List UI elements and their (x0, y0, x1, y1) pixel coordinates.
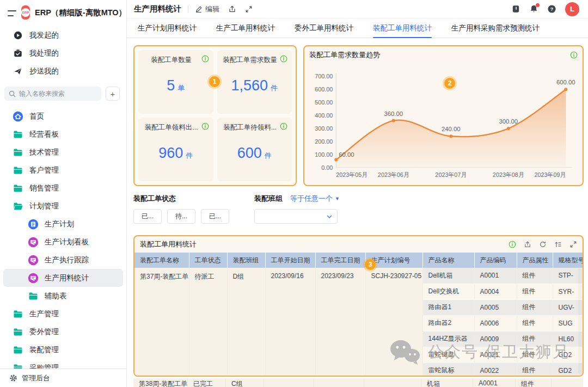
table-row[interactable]: 第37周-装配工单 待派工 D组 2023/09/16 2023/09/23 S… (134, 268, 584, 284)
sidebar-item-委外管理[interactable]: 委外管理 (3, 323, 123, 341)
annotation-badge-2: 2 (444, 78, 455, 89)
column-header-装配工单名称[interactable]: 装配工单名称 (134, 253, 189, 268)
cell-team: D组 (227, 268, 265, 377)
trend-chart-card: 装配工单需求数量趋势 0.00100.00200.00300.00400.005… (303, 45, 584, 186)
svg-text:100.00: 100.00 (315, 151, 333, 158)
admin-backend-button[interactable]: 管理后台 (0, 368, 126, 387)
stat-unit: 件 (265, 151, 272, 161)
sort-icon[interactable] (554, 241, 562, 248)
tab-生产用料采购需求预测统计[interactable]: 生产用料采购需求预测统计 (451, 19, 540, 38)
cell-product-name: 144HZ显示器 (422, 331, 474, 347)
page-title: 生产用料统计 (134, 4, 181, 14)
add-button[interactable]: + (106, 87, 120, 101)
filters-row: 装配工单状态 已...待...已... 装配班组 等于任意一个▼ (133, 194, 584, 224)
column-header-产品名称[interactable]: 产品名称 (422, 253, 474, 268)
sidebar-nav: 首页经营看板技术管理客户管理销售管理计划管理生产计划生产计划看板生产执行跟踪生产… (0, 106, 126, 368)
team-select[interactable] (254, 209, 338, 224)
sidebar-item-生产用料统计[interactable]: 生产用料统计 (3, 269, 123, 287)
info-icon[interactable] (509, 241, 516, 248)
partial-cell: C组 (226, 378, 264, 387)
info-icon[interactable] (570, 51, 578, 59)
tab-生产计划用料统计[interactable]: 生产计划用料统计 (138, 19, 197, 38)
svg-text:240.00: 240.00 (442, 126, 461, 132)
share-icon[interactable] (228, 5, 236, 13)
sidebar-item-辅助表[interactable]: 辅助表 (3, 287, 123, 305)
cell-product-attr: 组件 (517, 284, 553, 299)
quick-item-1[interactable]: 我发起的 (3, 26, 123, 44)
quick-item-3[interactable]: 抄送我的 (3, 62, 123, 80)
info-icon[interactable] (201, 55, 209, 63)
search-input[interactable] (19, 90, 97, 97)
stat-card-2: 装配工单需求数量 1,560件 (217, 50, 292, 114)
svg-text:360.00: 360.00 (384, 110, 403, 116)
partial-cell (364, 378, 421, 387)
expand-icon[interactable] (569, 241, 577, 248)
table-scrollbar[interactable] (578, 269, 582, 374)
sidebar-item-采购管理[interactable]: 采购管理 (3, 359, 123, 368)
status-option-3[interactable]: 已... (201, 209, 229, 224)
status-option-1[interactable]: 已... (133, 209, 162, 224)
column-header-工单状态[interactable]: 工单状态 (189, 253, 227, 268)
collapse-sidebar-icon[interactable] (8, 9, 16, 16)
annotation-badge-3: 3 (365, 259, 376, 270)
home-icon (13, 111, 23, 122)
cell-product-code: A0004 (474, 284, 517, 299)
material-table: 装配工单名称工单状态装配班组工单开始日期工单完工日期生产计划编号产品名称产品编码… (134, 253, 584, 377)
sidebar-item-生产计划看板[interactable]: 生产计划看板 (3, 233, 123, 251)
sidebar-item-客户管理[interactable]: 客户管理 (3, 161, 123, 179)
sidebar-item-生产执行跟踪[interactable]: 生产执行跟踪 (3, 251, 123, 269)
app-logo-icon[interactable]: ERP (21, 5, 30, 20)
search-icon (9, 90, 16, 97)
notifications-bell-icon[interactable] (529, 4, 538, 14)
svg-text:?: ? (550, 7, 553, 12)
export-icon[interactable] (524, 241, 531, 248)
sidebar-item-计划管理[interactable]: 计划管理 (3, 197, 123, 215)
partial-cell: A0001 (473, 378, 516, 387)
info-icon[interactable] (280, 55, 287, 63)
team-filter-group: 装配班组 等于任意一个▼ (254, 194, 340, 224)
info-icon[interactable] (201, 122, 209, 130)
svg-text:600.00: 600.00 (315, 86, 333, 93)
page-header: 生产用料统计 编辑 ? L (127, 0, 588, 19)
status-option-2[interactable]: 待... (167, 209, 195, 224)
tab-装配工单用料统计[interactable]: 装配工单用料统计 (373, 19, 432, 38)
notification-dot (536, 3, 540, 7)
search-box[interactable] (4, 87, 101, 101)
svg-text:700.00: 700.00 (315, 73, 333, 79)
column-header-装配班组[interactable]: 装配班组 (227, 253, 265, 268)
column-header-工单开始日期[interactable]: 工单开始日期 (265, 253, 315, 268)
team-filter-label: 装配班组 (254, 194, 283, 204)
handbook-icon[interactable] (511, 4, 520, 14)
quick-item-2[interactable]: 我处理的 (3, 44, 123, 62)
sidebar-item-经营看板[interactable]: 经营看板 (3, 125, 123, 143)
material-table-card: 装配工单用料统计 (133, 235, 584, 377)
folder-icon (13, 129, 23, 140)
stat-unit: 件 (271, 83, 278, 93)
stat-value: 600 (237, 145, 262, 162)
cell-product-attr: 组件 (517, 363, 553, 377)
column-header-产品属性[interactable]: 产品属性 (517, 253, 553, 268)
sidebar-item-技术管理[interactable]: 技术管理 (3, 143, 123, 161)
refresh-icon[interactable] (539, 241, 547, 248)
table-card-header: 装配工单用料统计 (134, 236, 583, 253)
user-avatar[interactable]: L (565, 2, 579, 16)
sidebar-item-生产计划[interactable]: 生产计划 (3, 215, 123, 233)
sidebar-item-销售管理[interactable]: 销售管理 (3, 179, 123, 197)
fullscreen-icon[interactable] (245, 5, 253, 13)
column-header-工单完工日期[interactable]: 工单完工日期 (315, 253, 365, 268)
header-right-icons: ? L (511, 2, 579, 16)
svg-text:2023年05月: 2023年05月 (336, 171, 367, 178)
column-header-规格型号[interactable]: 规格型号 (553, 253, 584, 268)
tab-委外工单用料统计[interactable]: 委外工单用料统计 (295, 19, 353, 38)
column-header-产品编码[interactable]: 产品编码 (474, 253, 517, 268)
sidebar-item-装配管理[interactable]: 装配管理 (3, 341, 123, 359)
team-operator-dropdown[interactable]: 等于任意一个▼ (290, 194, 340, 204)
sidebar-item-生产管理[interactable]: 生产管理 (3, 305, 123, 323)
sidebar-item-首页[interactable]: 首页 (3, 107, 123, 125)
tab-生产工单用料统计[interactable]: 生产工单用料统计 (216, 19, 275, 38)
info-icon[interactable] (280, 122, 287, 130)
board-icon (28, 255, 39, 266)
edit-button[interactable]: 编辑 (195, 4, 219, 14)
help-icon[interactable]: ? (547, 4, 556, 14)
sidebar-quick-items: 我发起的我处理的抄送我的 (0, 24, 126, 81)
